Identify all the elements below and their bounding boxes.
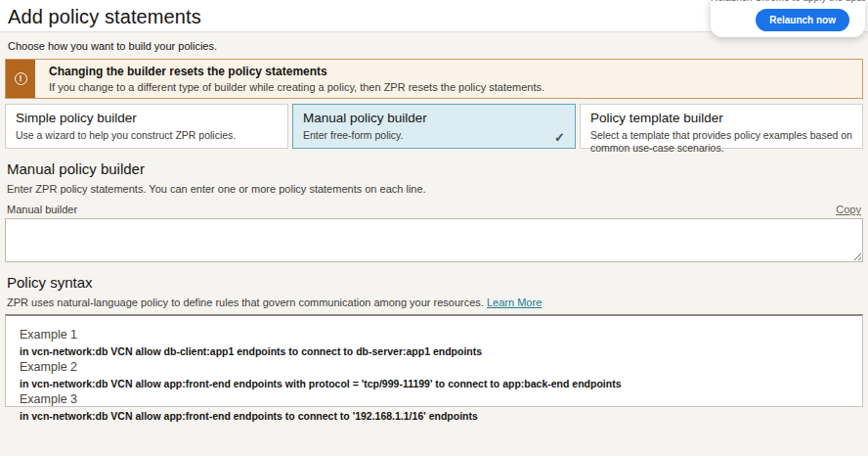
policy-syntax-description: ZPR uses natural-language policy to defi… xyxy=(7,296,863,308)
card-description: Enter free-form policy. xyxy=(303,129,565,142)
card-simple-policy-builder[interactable]: Simple policy builder Use a wizard to he… xyxy=(5,104,288,149)
policy-syntax-description-text: ZPR uses natural-language policy to defi… xyxy=(7,296,484,308)
card-description: Use a wizard to help you construct ZPR p… xyxy=(16,129,278,142)
manual-builder-label: Manual builder xyxy=(7,204,77,215)
intro-text: Choose how you want to build your polici… xyxy=(5,40,863,52)
card-description: Select a template that provides policy e… xyxy=(590,129,852,155)
card-title: Manual policy builder xyxy=(303,111,565,125)
card-manual-policy-builder[interactable]: Manual policy builder Enter free-form po… xyxy=(292,104,576,149)
example-label: Example 3 xyxy=(20,392,848,406)
warning-banner: ! Changing the builder resets the policy… xyxy=(5,59,863,99)
manual-builder-textarea[interactable] xyxy=(5,218,863,262)
manual-builder-heading: Manual policy builder xyxy=(7,160,863,177)
warning-banner-body: If you change to a different type of bui… xyxy=(49,81,544,93)
warning-icon: ! xyxy=(15,72,27,85)
warning-banner-text: Changing the builder resets the policy s… xyxy=(35,60,554,98)
warning-banner-accent: ! xyxy=(6,60,35,98)
example-label: Example 2 xyxy=(20,360,848,374)
example-statement: in vcn-network:db VCN allow app:front-en… xyxy=(20,378,848,389)
relaunch-now-button[interactable]: Relaunch now xyxy=(756,9,849,31)
manual-builder-field-row: Manual builder Copy xyxy=(7,204,863,215)
card-title: Simple policy builder xyxy=(16,111,278,125)
example-statement: in vcn-network:db VCN allow app:front-en… xyxy=(20,410,848,422)
manual-builder-description: Enter ZPR policy statements. You can ent… xyxy=(7,183,863,195)
card-title: Policy template builder xyxy=(590,111,852,125)
policy-syntax-heading: Policy syntax xyxy=(7,274,863,291)
copy-link[interactable]: Copy xyxy=(836,204,861,215)
checkmark-icon: ✓ xyxy=(554,130,565,145)
learn-more-link[interactable]: Learn More xyxy=(487,296,542,308)
relaunch-message-clipped: Relaunch Chrome to apply the update xyxy=(711,0,865,5)
page-content: Choose how you want to build your polici… xyxy=(0,32,868,456)
policy-syntax-examples-box: Example 1 in vcn-network:db VCN allow db… xyxy=(5,314,863,407)
example-statement: in vcn-network:db VCN allow db-client:ap… xyxy=(20,345,848,357)
example-label: Example 1 xyxy=(20,328,848,342)
warning-banner-title: Changing the builder resets the policy s… xyxy=(49,65,544,78)
builder-cards-row: Simple policy builder Use a wizard to he… xyxy=(5,104,863,149)
chrome-relaunch-popup: Relaunch Chrome to apply the update Rela… xyxy=(711,0,865,37)
card-policy-template-builder[interactable]: Policy template builder Select a templat… xyxy=(580,104,863,149)
